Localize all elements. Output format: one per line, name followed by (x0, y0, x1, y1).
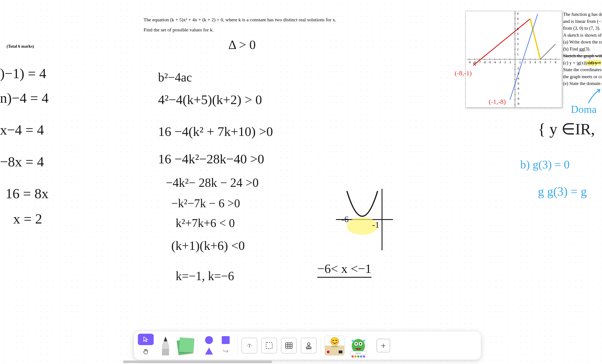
frame-icon (265, 342, 273, 350)
problem2-text: The function g has do and is linear from… (563, 11, 602, 87)
svg-text:-3: -3 (499, 61, 501, 64)
svg-text:-7: -7 (517, 92, 519, 95)
graph-label-pt2: (-1,-8) (489, 98, 506, 105)
svg-text:2: 2 (524, 61, 526, 64)
toolbar: ↪ ·T· 😊 aaaaagh! Ja (134, 332, 481, 360)
hw-left-5: 16 = 8x (5, 185, 49, 202)
hw-left-2: n)−4 = 4 (0, 90, 49, 106)
arrow-drawn-icon (586, 88, 602, 105)
square-shape-tool[interactable] (218, 335, 233, 345)
parabola-label-neg1: -1 (372, 220, 379, 230)
svg-text:5: 5 (517, 32, 519, 36)
hw-eq3: 16 −4k²−28k−40 >0 (158, 151, 264, 167)
toolbar-divider-2 (237, 337, 237, 354)
sticky-note-tool[interactable] (177, 333, 193, 358)
svg-text:8: 8 (555, 61, 556, 64)
svg-text:3: 3 (517, 43, 519, 46)
hw-left-4: −8x = 4 (0, 154, 44, 170)
p2-l9: State the coordinates (563, 66, 602, 73)
hw-gg3: g g(3) = g (538, 184, 587, 198)
sticker-smiley[interactable]: 😊 aaaaagh! (325, 336, 344, 355)
hw-eq2: 16 −4(k² + 7k+10) >0 (158, 124, 273, 139)
hw-eq8: k=−1, k=−6 (176, 269, 234, 283)
select-tool[interactable] (138, 334, 154, 345)
hw-eq7: (k+1)(k+6) <0 (171, 238, 245, 253)
sticky-note-icon (178, 338, 193, 353)
svg-text:4: 4 (517, 38, 519, 41)
svg-text:-9: -9 (517, 102, 519, 105)
p2-l3: from (3, 0) to (7, 3). (563, 25, 602, 32)
shapes-group: ↪ (201, 335, 233, 356)
stamp-tool[interactable] (301, 338, 317, 353)
smiley-icon: 😊 (330, 337, 340, 346)
hw-eq1: 4²−4(k+5)(k+2) > 0 (158, 92, 262, 107)
whiteboard-canvas[interactable]: The equation (k + 5)x² + 4x + (k + 2) = … (0, 0, 602, 364)
svg-text:4: 4 (534, 61, 536, 64)
p2-l1: The function g has do (563, 11, 602, 18)
problem1-line1: The equation (k + 5)x² + 4x + (k + 2) = … (144, 16, 336, 23)
pen-tool[interactable] (158, 333, 173, 358)
hw-eq6: k²+7k+6 < 0 (176, 216, 235, 230)
hw-eq5: −k²−7k − 6 >0 (171, 196, 240, 210)
problem1-marks: (Total 6 marks) (7, 44, 34, 49)
svg-text:-1: -1 (509, 61, 511, 64)
hw-b2: b²−4ac (158, 70, 192, 84)
svg-rect-76 (162, 349, 169, 355)
svg-point-91 (360, 343, 361, 344)
svg-text:3: 3 (529, 61, 531, 64)
svg-text:-5: -5 (517, 82, 519, 85)
hw-left-1: )−1) = 4 (0, 65, 46, 82)
arrow-shape-tool[interactable]: ↪ (218, 346, 233, 356)
p2-l8: (c) y = |g(x)|, (d) y = (563, 60, 602, 66)
p2-l2: and is linear from (−1 (563, 18, 602, 25)
svg-text:5: 5 (540, 61, 541, 64)
svg-rect-78 (286, 343, 292, 348)
triangle-shape-tool[interactable] (201, 346, 217, 356)
p2-l7: Sketch the graph with (563, 53, 602, 60)
table-icon (285, 342, 293, 350)
pan-tool[interactable] (138, 346, 154, 357)
camera-icon (338, 350, 343, 354)
svg-text:7: 7 (550, 61, 551, 64)
stamp-icon (305, 342, 313, 350)
add-tool-button[interactable]: + (376, 339, 390, 352)
svg-text:-5: -5 (488, 61, 491, 64)
svg-text:6: 6 (517, 27, 519, 31)
p2-l11: (e) State the domain o (563, 80, 602, 87)
problem1-line2: Find the set of possible values for k. (144, 26, 214, 33)
parabola-sketch: -6 -1 (336, 187, 402, 253)
svg-point-90 (355, 343, 357, 344)
hw-answer: −6< x <−1 (317, 261, 371, 278)
svg-text:-4: -4 (494, 61, 496, 64)
toolbar-divider-3 (321, 337, 321, 354)
svg-point-93 (363, 340, 365, 342)
svg-rect-77 (266, 343, 272, 349)
square-icon (222, 336, 230, 344)
horizontal-scrollbar[interactable] (123, 361, 272, 363)
frame-tool[interactable] (261, 338, 277, 353)
svg-point-92 (352, 340, 354, 342)
svg-rect-85 (306, 347, 311, 348)
hw-delta: Δ > 0 (228, 37, 256, 52)
svg-text:8: 8 (517, 17, 519, 21)
text-tool[interactable]: ·T· (241, 338, 257, 353)
svg-text:6: 6 (545, 61, 546, 64)
toolbar-divider (197, 337, 197, 354)
svg-text:-4: -4 (517, 77, 519, 80)
hw-left-6: x = 2 (13, 211, 42, 227)
sticker-monster[interactable]: Jambot (348, 336, 368, 355)
hw-part-b: b) g(3) = 0 (520, 158, 570, 171)
svg-text:-8: -8 (517, 97, 519, 100)
p2-l5: (a) Write down the ra (563, 39, 602, 46)
record-dot-icon (326, 350, 330, 354)
graph-panel: -9-8-7-6-5-4-3-2-112345678 987654321 -2-… (465, 11, 562, 107)
parabola-label-neg6: -6 (341, 214, 349, 224)
p2-l4: A sketch is shown of (563, 32, 602, 39)
table-tool[interactable] (281, 338, 297, 353)
circle-shape-tool[interactable] (201, 335, 217, 345)
svg-text:-8: -8 (473, 61, 476, 64)
svg-text:2: 2 (517, 48, 519, 51)
svg-text:-2: -2 (517, 67, 519, 70)
hw-yset: { y ∈IR, (538, 120, 595, 138)
pen-icon (159, 336, 172, 355)
